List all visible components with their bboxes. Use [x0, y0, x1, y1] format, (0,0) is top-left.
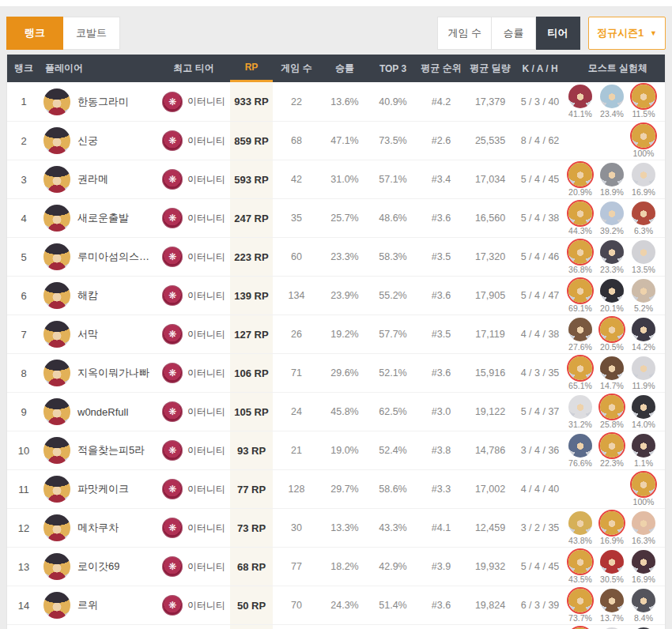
player-cell[interactable]: 서막: [40, 315, 157, 353]
most-character[interactable]: 36.8%: [567, 240, 594, 274]
most-character[interactable]: 6.3%: [630, 202, 657, 235]
most-character[interactable]: 31.2%: [567, 395, 594, 429]
most-character[interactable]: 20.1%: [598, 279, 625, 313]
most-character[interactable]: 20.9%: [567, 163, 594, 197]
most-character[interactable]: 69.1%: [567, 279, 594, 313]
tab-rank[interactable]: 랭크: [6, 17, 63, 50]
pick-rate: 39.2%: [600, 227, 624, 235]
player-cell[interactable]: 르위: [40, 586, 157, 624]
most-character[interactable]: 22.3%: [598, 434, 625, 468]
most-character[interactable]: 16.9%: [630, 163, 657, 197]
most-character[interactable]: 1.1%: [630, 434, 657, 468]
table-row[interactable]: [7, 624, 665, 629]
most-character[interactable]: 43.5%: [567, 550, 594, 584]
table-row[interactable]: 8 지옥이뭐가나빠 ❋ 이터니티 106 RP 71 29.6% 52.1% #…: [7, 353, 665, 392]
table-row[interactable]: 7 서막 ❋ 이터니티 127 RP 26 19.2% 57.7% #3.5 1…: [7, 314, 665, 353]
player-cell[interactable]: 해캄: [40, 277, 157, 314]
table-row[interactable]: 1 한동그라미 ❋ 이터니티 933 RP 22 13.6% 40.9% #4.…: [7, 82, 665, 121]
eternity-tier-icon: ❋: [162, 595, 183, 616]
player-cell[interactable]: 신궁: [40, 122, 157, 160]
player-name: 지옥이뭐가나빠: [77, 366, 149, 380]
most-characters: 31.2%25.8%14.0%: [565, 393, 665, 431]
sort-button-tier[interactable]: 티어: [536, 17, 580, 50]
player-cell[interactable]: 새로운출발: [40, 199, 157, 237]
most-character[interactable]: 16.9%: [630, 550, 657, 584]
table-row[interactable]: 6 해캄 ❋ 이터니티 139 RP 134 23.9% 55.2% #3.6 …: [7, 276, 665, 314]
kah-cell: 4 / 4 / 40: [515, 470, 565, 508]
rank-cell: 13: [7, 548, 40, 586]
pick-rate: 73.7%: [568, 614, 592, 623]
table-row[interactable]: 5 루미아섬의스커지 ❋ 이터니티 223 RP 60 23.3% 58.3% …: [7, 237, 665, 276]
most-character[interactable]: 18.9%: [598, 163, 625, 197]
most-character[interactable]: 13.7%: [598, 589, 625, 623]
pick-rate: 8.4%: [634, 614, 653, 623]
most-character[interactable]: 25.8%: [598, 395, 625, 429]
player-cell[interactable]: 지옥이뭐가나빠: [40, 354, 157, 392]
most-character[interactable]: 43.8%: [567, 511, 594, 545]
rank-cell: 3: [7, 160, 40, 198]
most-character[interactable]: 39.2%: [598, 202, 625, 235]
player-cell[interactable]: 로이갓69: [40, 548, 157, 586]
most-character[interactable]: 11.9%: [630, 356, 657, 390]
most-character[interactable]: 11.5%: [630, 85, 657, 119]
avg-rank-cell: #3.6: [417, 277, 466, 314]
sort-button-winrate[interactable]: 승률: [492, 17, 536, 50]
tab-cobalt[interactable]: 코발트: [63, 17, 120, 50]
most-character[interactable]: 65.1%: [567, 356, 594, 390]
most-character[interactable]: 16.3%: [630, 511, 657, 545]
season-dropdown[interactable]: 정규시즌1 ▼: [588, 17, 666, 50]
most-character[interactable]: 44.3%: [567, 202, 594, 235]
table-row[interactable]: 2 신궁 ❋ 이터니티 859 RP 68 47.1% 73.5% #2.6 2…: [7, 121, 665, 160]
most-character[interactable]: 30.5%: [598, 550, 625, 584]
table-row[interactable]: 10 적을찾는피5라 ❋ 이터니티 93 RP 21 19.0% 52.4% #…: [7, 431, 665, 469]
most-character[interactable]: 100%: [630, 473, 657, 507]
most-character[interactable]: 73.7%: [567, 589, 594, 623]
sort-button-games[interactable]: 게임 수: [437, 17, 492, 50]
table-row[interactable]: 12 메차쿠차 ❋ 이터니티 73 RP 30 13.3% 43.3% #4.1…: [7, 508, 665, 547]
column-header-top3: TOP 3: [369, 55, 417, 82]
most-character[interactable]: 41.1%: [567, 85, 594, 119]
column-header-avg_rank: 평균 순위: [417, 55, 466, 82]
player-cell[interactable]: 메차쿠차: [40, 509, 157, 547]
eternity-tier-icon: ❋: [162, 401, 183, 422]
most-character[interactable]: 13.5%: [630, 240, 657, 274]
kah-cell: [515, 625, 565, 629]
table-row[interactable]: 9 w0ndeRfull ❋ 이터니티 105 RP 24 45.8% 62.5…: [7, 392, 665, 431]
table-row[interactable]: 13 로이갓69 ❋ 이터니티 68 RP 77 18.2% 42.9% #3.…: [7, 547, 665, 586]
table-row[interactable]: 11 파맛케이크 ❋ 이터니티 77 RP 128 29.7% 58.6% #3…: [7, 469, 665, 508]
table-row[interactable]: 3 권라메 ❋ 이터니티 593 RP 42 31.0% 57.1% #3.4 …: [7, 160, 665, 198]
most-character[interactable]: 5.2%: [630, 279, 657, 313]
most-character[interactable]: 16.9%: [598, 511, 625, 545]
rp-cell: 593 RP: [230, 160, 273, 198]
most-character[interactable]: 8.4%: [630, 589, 657, 623]
avg-rank-cell: #4.2: [417, 82, 466, 121]
player-cell[interactable]: 루미아섬의스커지: [40, 238, 157, 276]
player-cell[interactable]: w0ndeRfull: [40, 393, 157, 431]
pick-rate: 20.9%: [568, 188, 592, 197]
most-character[interactable]: 100%: [630, 124, 657, 158]
player-cell[interactable]: 적을찾는피5라: [40, 431, 157, 469]
player-cell[interactable]: 파맛케이크: [40, 470, 157, 508]
avg-damage-cell: 19,932: [466, 548, 515, 586]
player-cell[interactable]: 권라메: [40, 160, 157, 198]
most-character[interactable]: 20.5%: [598, 318, 625, 352]
most-character[interactable]: 76.6%: [567, 434, 594, 468]
most-character[interactable]: 27.6%: [567, 318, 594, 352]
player-cell[interactable]: [40, 625, 157, 629]
pick-rate: 44.3%: [568, 227, 592, 235]
most-character[interactable]: 14.2%: [630, 318, 657, 352]
player-name: 한동그라미: [77, 95, 129, 109]
tier-name: 이터니티: [187, 134, 225, 148]
toolbar-right: 게임 수 승률 티어 정규시즌1 ▼: [437, 17, 666, 50]
most-character[interactable]: 23.4%: [598, 85, 625, 119]
most-character[interactable]: 14.7%: [598, 356, 625, 390]
player-cell[interactable]: 한동그라미: [40, 82, 157, 121]
eternity-tier-icon: ❋: [162, 324, 183, 345]
most-character[interactable]: 23.3%: [598, 240, 625, 274]
games-cell: 68: [273, 122, 320, 160]
character-portrait-icon: [600, 589, 624, 612]
table-row[interactable]: 14 르위 ❋ 이터니티 50 RP 70 24.3% 51.4% #3.6 1…: [7, 586, 665, 624]
most-character[interactable]: 14.0%: [630, 395, 657, 429]
table-row[interactable]: 4 새로운출발 ❋ 이터니티 247 RP 35 25.7% 48.6% #3.…: [7, 198, 665, 237]
column-header-rp[interactable]: RP: [230, 55, 273, 82]
